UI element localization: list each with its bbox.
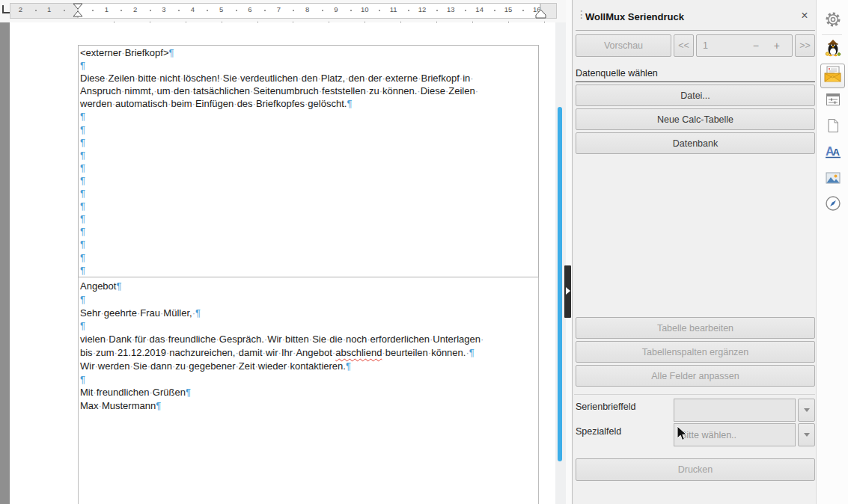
document-line[interactable]: ¶ [80,110,478,123]
ruler-number: 6 [248,5,251,13]
record-number-field[interactable]: 1 − + [696,34,793,57]
document-line[interactable]: Anspruch·nimmt,·um·den·tatsächlichen·Sei… [80,84,478,97]
document-line[interactable]: Sehr·geehrte·Frau·Müller,·¶ [80,307,484,320]
chevron-down-icon [804,433,810,437]
document-line[interactable]: ¶ [80,293,484,307]
document-line[interactable]: ¶ [80,162,478,174]
ruler-tick [293,10,294,11]
datasource-section-label: Datenquelle wählen [576,68,658,79]
deck-gap [566,0,572,504]
rail-separator [822,34,842,35]
document-line[interactable]: vielen·Dank·für·das·freundliche·Gespräch… [80,333,484,346]
document-line[interactable]: Diese·Zeilen·bitte·nicht·löschen!·Sie·ve… [80,72,478,84]
ruler-tick [408,10,409,11]
drucken-button[interactable]: Drucken [576,458,815,481]
document-line[interactable]: ¶ [80,174,478,187]
right-indent-marker-icon[interactable] [535,8,546,22]
document-line[interactable]: Wir·werden·Sie·dann·zu·gegebener·Zeit·wi… [80,360,484,373]
ruler-tick [121,10,122,11]
document-line[interactable]: ¶ [80,251,478,264]
sidebar-settings-gear-icon [824,10,842,31]
document-line[interactable]: Angebot¶ [80,280,484,293]
document-line[interactable]: ¶ [80,200,478,212]
close-icon: × [801,9,808,22]
chevron-down-icon [804,408,810,412]
svg-text:A: A [832,147,840,158]
next-record-button[interactable]: >> [795,34,815,57]
serienbrieffeld-combo[interactable] [674,399,796,422]
ruler-tick [379,10,380,11]
horizontal-ruler[interactable]: 2112345678910111213141516 [0,0,571,22]
document-line[interactable]: ¶ [80,264,478,277]
navigator-compass-tab[interactable] [823,194,843,215]
ruler-tick [178,10,180,11]
ruler-number: 2 [133,5,137,13]
mouse-cursor [677,425,688,442]
spezialfeld-dropdown-button[interactable] [798,423,815,446]
sidebar-collapse-handle[interactable] [564,265,571,318]
wollmux-tux-tab[interactable] [823,39,843,59]
properties-sliders-tab[interactable] [823,90,843,111]
document-line[interactable]: Mit·freundlichen·Grüßen¶ [80,386,484,399]
document-line[interactable]: ¶ [80,238,478,251]
ruler-number: 10 [361,5,369,13]
document-line[interactable]: ¶ [80,59,478,72]
document-line[interactable]: ¶ [80,373,484,387]
scrollbar-thumb[interactable] [558,107,562,461]
seriendruck-envelope-tab[interactable] [820,64,845,88]
ruler-tick [465,10,466,11]
decrement-button[interactable]: − [753,40,759,52]
record-number-value: 1 [703,40,708,51]
document-line[interactable]: Max·Mustermann¶ [80,399,484,413]
ruler-number: 7 [277,5,281,13]
serienbrieffeld-label: Serienbrieffeld [576,402,635,412]
previous-record-button[interactable]: << [674,34,694,57]
sidebar-settings-gear-tab[interactable] [823,10,843,31]
spezialfeld-label: Spezialfeld [576,426,621,437]
tabelle-bearbeiten-button[interactable]: Tabelle bearbeiten [576,317,815,339]
document-line[interactable]: ¶ [80,123,478,136]
ruler-tick [35,10,37,11]
sidebar-tab-bar: AA [816,0,848,504]
ruler-number: 8 [305,5,309,13]
ruler-number: 9 [334,5,338,13]
neue-calc-tabelle-button[interactable]: Neue Calc-Tabelle [576,108,815,130]
spezialfeld-combo[interactable]: Bitte wählen.. [674,423,796,446]
styles-aa-tab[interactable]: AA [823,143,843,163]
document-line[interactable]: ¶ [80,136,478,149]
datenbank-button[interactable]: Datenbank [576,132,815,154]
document-line[interactable]: ¶ [80,187,478,200]
serienbrieffeld-dropdown-button[interactable] [798,399,815,422]
blank-page-tab[interactable] [823,117,843,137]
alle-felder-anpassen-button[interactable]: Alle Felder anpassen [576,365,815,387]
gallery-image-tab[interactable] [823,169,843,189]
document-line[interactable]: ¶ [80,149,478,162]
datasource-separator [576,82,815,82]
increment-button[interactable]: + [774,40,780,52]
vorschau-button[interactable]: Vorschau [576,34,671,57]
indent-marker-icon[interactable] [73,3,83,20]
spezialfeld-value: Bitte wählen.. [680,430,736,440]
ruler-tick [150,10,151,11]
ruler-number: 5 [219,5,223,13]
title-separator [576,30,815,31]
ruler-tick [64,10,65,11]
wollmux-tux-icon [823,38,843,61]
styles-aa-icon: AA [824,143,842,164]
document-line[interactable]: ¶ [80,225,478,238]
ruler-number: 2 [19,5,22,13]
document-line[interactable]: ¶ [80,212,478,225]
document-line[interactable]: ¶ [80,319,484,333]
tabellenspalten-ergaenzen-button[interactable]: Tabellenspalten ergänzen [576,341,815,363]
panel-title: WollMux Seriendruck [585,11,684,22]
ruler-number: 14 [475,5,484,13]
seriendruck-envelope-icon [823,64,843,87]
document-line[interactable]: bis·zum·21.12.2019·nachzureichen,·damit·… [80,346,484,360]
datei-button[interactable]: Datei... [576,84,815,106]
panel-drag-handle[interactable]: ⋮ [576,8,585,20]
panel-close-button[interactable]: × [798,9,811,22]
wollmux-seriendruck-panel: ⋮ WollMux Seriendruck × Vorschau << 1 − … [572,0,816,504]
document-line[interactable]: werden·automatisch·beim·Einfügen·des·Bri… [80,97,478,110]
document-line[interactable]: <externer·Briefkopf>¶ [80,46,478,59]
ruler-tick [236,10,237,11]
